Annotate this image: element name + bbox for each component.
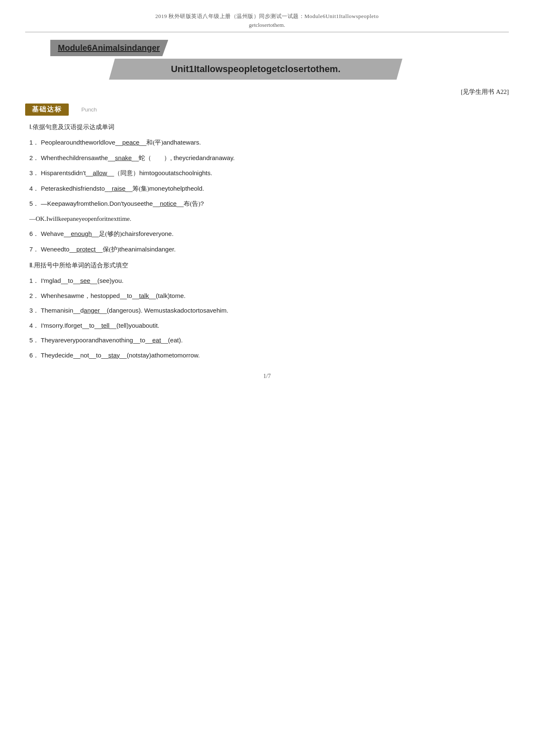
item5-mid: __布(告)? xyxy=(176,200,204,207)
item2-num: 2． xyxy=(29,154,39,161)
s2-item6-num: 6． xyxy=(29,352,39,359)
exercise-item-1: 1． Peoplearoundtheworldlove__peace__和(平)… xyxy=(29,137,509,148)
item1-mid: __和(平)andhatewars. xyxy=(140,139,201,146)
s2-item1-before: I'mglad__to__ xyxy=(41,277,80,284)
s2-item2-num: 2． xyxy=(29,292,39,299)
section-punch: Punch xyxy=(81,106,97,113)
unit-banner-wrapper: Unit1Itallowspeopletogetclosertothem. xyxy=(109,59,402,80)
item2-before: Whenthechildrensawthe__ xyxy=(41,154,115,161)
s2-exercise-item-2: 2． Whenhesawme，hestopped__to__talk__(tal… xyxy=(29,290,509,301)
s2-item3-mid: __(dangerous). Wemustaskadoctortosavehim… xyxy=(100,307,228,314)
item6-mid: __足(够的)chairsforeveryone. xyxy=(92,230,174,237)
item5-dash: —Keepawayfromthelion.Don'tyouseethe__ xyxy=(41,200,160,207)
exercise-item-6: 6． Wehave__enough__足(够的)chairsforeveryon… xyxy=(29,228,509,240)
exercise-item-4: 4． Peteraskedhisfriendsto__raise__筹(集)mo… xyxy=(29,183,509,194)
banner-section: Module6Animalsindanger Unit1Itallowspeop… xyxy=(25,40,509,80)
module-banner-text: Module6Animalsindanger xyxy=(58,43,160,52)
s2-exercise-item-4: 4． I'msorry.Iforget__to__tell__(tell)you… xyxy=(29,320,509,331)
item4-mid: __筹(集)moneytohelptheold. xyxy=(125,185,204,192)
item4-answer: raise xyxy=(112,185,126,192)
s2-item6-mid: __(notstay)athometomorrow. xyxy=(120,352,200,359)
s2-item3-num: 3． xyxy=(29,307,39,314)
s2-exercise-item-3: 3． Themanisin__danger__(dangerous). Wemu… xyxy=(29,305,509,316)
exercise-item-5b: —OK.Iwillkeepaneyeopenforitnexttime. xyxy=(29,214,509,225)
s2-item1-answer: see xyxy=(80,277,90,284)
s2-item5-num: 5． xyxy=(29,337,39,344)
item7-answer: protect xyxy=(76,246,96,253)
item3-mid: __（同意）himtogooutatschoolnights. xyxy=(107,169,212,176)
s2-item4-answer: tell xyxy=(101,322,109,329)
s2-item5-mid: __(eat). xyxy=(161,337,183,344)
see-book: [见学生用书 A22] xyxy=(25,88,509,96)
s2-exercise-item-5: 5． Theyareverypoorandhavenothing__to__ea… xyxy=(29,335,509,346)
header-divider xyxy=(25,32,509,32)
item4-before: Peteraskedhisfriendsto__ xyxy=(41,185,112,192)
module-row: Module6Animalsindanger xyxy=(25,40,509,56)
item4-num: 4． xyxy=(29,185,39,192)
s2-item2-answer: talk xyxy=(139,292,149,299)
s2-item5-before: Theyareverypoorandhavenothing__to__ xyxy=(41,337,152,344)
item3-answer: allow xyxy=(93,169,107,176)
item6-answer: enough xyxy=(71,230,92,237)
s2-item6-answer: stay xyxy=(108,352,120,359)
item5-num: 5． xyxy=(29,200,39,207)
item2-answer: snake xyxy=(115,154,132,161)
item5b-dash: —OK.Iwillkeepaneyeopenforitnexttime. xyxy=(29,215,131,222)
item7-mid: __保(护)theanimalsindanger. xyxy=(96,246,176,253)
unit-row: Unit1Itallowspeopletogetclosertothem. xyxy=(59,59,386,80)
section-label: 基础达标 xyxy=(25,104,69,116)
item1-before: Peoplearoundtheworldlove__ xyxy=(41,139,122,146)
section2-instruction: Ⅱ.用括号中所给单词的适合形式填空 xyxy=(29,261,509,269)
item3-num: 3． xyxy=(29,169,39,176)
item6-num: 6． xyxy=(29,230,39,237)
item1-answer: peace xyxy=(122,139,140,146)
section1-instruction: Ⅰ.依据句意及汉语提示达成单词 xyxy=(29,123,509,131)
module-banner-bg: Module6Animalsindanger xyxy=(50,40,168,56)
s2-item3-before: Themanisin__d xyxy=(41,307,84,314)
s2-item2-mid: __(talk)tome. xyxy=(149,292,186,299)
s2-item5-answer: eat xyxy=(152,337,161,344)
s2-item4-num: 4． xyxy=(29,322,39,329)
header-title: 2019 秋外研版英语八年级上册（温州版）同步测试一试题：Module6Unit… xyxy=(25,13,509,20)
s2-item4-before: I'msorry.Iforget__to__ xyxy=(41,322,101,329)
item6-before: Wehave__ xyxy=(41,230,71,237)
item5-answer: notice xyxy=(160,200,176,207)
exercise-item-3: 3． Hisparentsdidn't__allow__（同意）himtogoo… xyxy=(29,168,509,179)
item7-before: Weneedto__ xyxy=(41,246,77,253)
header-subtitle: getclosertothem. xyxy=(25,22,509,28)
s2-item1-mid: __(see)you. xyxy=(90,277,123,284)
section-bar: 基础达标 Punch xyxy=(25,104,509,116)
item3-before: Hisparentsdidn't__ xyxy=(41,169,93,176)
s2-item4-mid: __(tell)youaboutit. xyxy=(109,322,159,329)
s2-item3-answer: anger xyxy=(84,307,100,314)
s2-exercise-item-6: 6． Theydecide__not__to__stay__(notstay)a… xyxy=(29,350,509,361)
exercise-item-5: 5． —Keepawayfromthelion.Don'tyouseethe__… xyxy=(29,198,509,210)
exercise-item-2: 2． Whenthechildrensawthe__snake__蛇（ ）, t… xyxy=(29,153,509,164)
unit-banner-text: Unit1Itallowspeopletogetclosertothem. xyxy=(122,64,390,75)
exercise-item-7: 7． Weneedto__protect__保(护)theanimalsinda… xyxy=(29,244,509,255)
module-banner: Module6Animalsindanger xyxy=(50,40,285,56)
page-number: 1/7 xyxy=(25,373,509,380)
s2-item6-before: Theydecide__not__to__ xyxy=(41,352,108,359)
item7-num: 7． xyxy=(29,246,39,253)
item2-mid: __蛇（ ）, theycriedandranaway. xyxy=(132,154,235,161)
item1-num: 1． xyxy=(29,139,39,146)
s2-exercise-item-1: 1． I'mglad__to__see__(see)you. xyxy=(29,275,509,286)
s2-item2-before: Whenhesawme，hestopped__to__ xyxy=(41,292,139,299)
s2-item1-num: 1． xyxy=(29,277,39,284)
